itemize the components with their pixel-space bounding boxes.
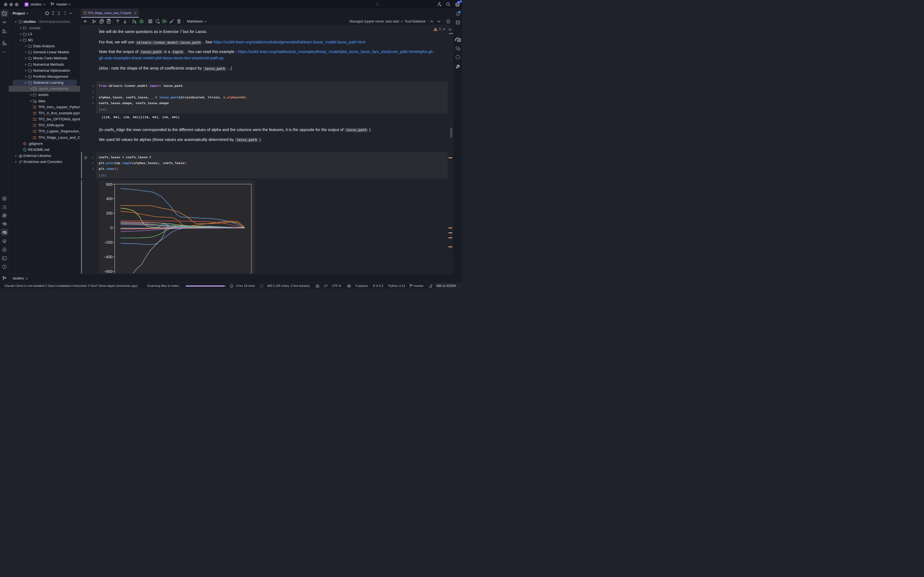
svg-text:600: 600 — [106, 182, 113, 186]
svg-text:−600: −600 — [104, 269, 113, 273]
svg-text:400: 400 — [106, 197, 113, 201]
svg-text:R: R — [3, 231, 6, 234]
svg-text:200: 200 — [106, 211, 113, 215]
svg-text:−200: −200 — [104, 240, 113, 245]
svg-text:R: R — [3, 222, 6, 226]
svg-text:R: R — [457, 39, 460, 43]
svg-text:0: 0 — [110, 226, 113, 230]
svg-text:−400: −400 — [104, 255, 113, 259]
